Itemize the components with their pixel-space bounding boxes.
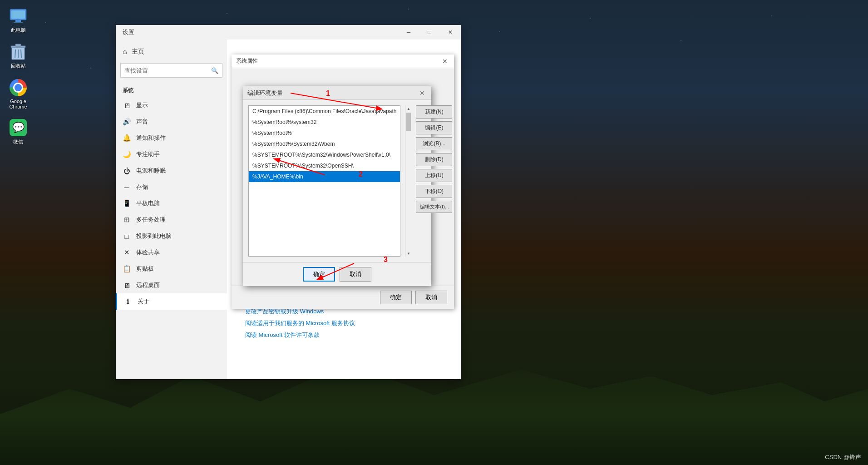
bottom-links-panel: 更改产品密钥或升级 Windows 阅读适用于我们服务的 Microsoft 服… (245, 304, 355, 343)
minimize-button[interactable]: ─ (398, 25, 419, 40)
sidebar-item-project[interactable]: □ 投影到此电脑 (116, 228, 227, 244)
env-dialog-title: 编辑环境变量 (247, 89, 283, 97)
sidebar-item-sound[interactable]: 🔊 声音 (116, 114, 227, 130)
scroll-up-arrow[interactable]: ▲ (405, 105, 412, 112)
env-item-4[interactable]: %SYSTEMROOT%\System32\WindowsPowerShell\… (249, 149, 400, 160)
scroll-track (406, 112, 411, 250)
desktop-icons: 此电脑 回收站 Google Chrome (0, 0, 36, 465)
sys-dialog-close[interactable]: ✕ (440, 57, 449, 66)
env-item-1[interactable]: %SystemRoot%\system32 (249, 117, 400, 128)
desktop: 此电脑 回收站 Google Chrome (0, 0, 868, 465)
sidebar-item-remote[interactable]: 🖥 远程桌面 (116, 277, 227, 293)
sys-dialog-window-buttons: ✕ (440, 57, 449, 66)
env-cancel-button[interactable]: 取消 (340, 267, 371, 282)
move-up-button[interactable]: 上移(U) (416, 169, 452, 182)
edit-button[interactable]: 编辑(E) (416, 121, 452, 134)
env-dialog-close-button[interactable]: ✕ (418, 89, 427, 98)
storage-label: 存储 (136, 183, 148, 191)
svg-rect-2 (15, 20, 21, 22)
env-dialog-footer: 确定 取消 (243, 262, 431, 286)
sound-icon: 🔊 (123, 118, 131, 126)
svg-rect-3 (14, 22, 23, 23)
svg-rect-6 (15, 44, 21, 46)
env-variables-dialog: 编辑环境变量 ✕ C:\Program Files (x86)\Common F… (243, 86, 431, 286)
maximize-button[interactable]: □ (419, 25, 440, 40)
edit-text-button[interactable]: 编辑文本(I)... (416, 201, 452, 213)
tablet-icon: 📱 (123, 199, 131, 208)
sidebar-item-share[interactable]: ✕ 体验共享 (116, 244, 227, 261)
env-action-buttons: 新建(N) 编辑(E) 浏览(B)... 删除(D) 上移(U) 下移(O) 编… (416, 105, 452, 257)
sidebar-item-focus[interactable]: 🌙 专注助手 (116, 146, 227, 163)
about-icon: ℹ (124, 297, 132, 306)
csdn-watermark: CSDN @锋声 (825, 453, 861, 461)
env-dialog-content: C:\Program Files (x86)\Common Files\Orac… (243, 100, 431, 262)
sys-dialog-titlebar: 系统属性 ✕ (232, 54, 454, 68)
ms-license-link[interactable]: 阅读 Microsoft 软件许可条款 (245, 331, 355, 339)
focus-icon: 🌙 (123, 150, 131, 158)
notifications-label: 通知和操作 (136, 134, 166, 142)
share-icon: ✕ (123, 248, 131, 257)
scroll-down-arrow[interactable]: ▼ (405, 250, 412, 257)
remote-icon: 🖥 (123, 281, 131, 289)
sidebar-item-power[interactable]: ⏻ 电源和睡眠 (116, 163, 227, 179)
sys-dialog-title: 系统属性 (236, 57, 258, 65)
about-label: 关于 (138, 297, 149, 306)
env-dialog-titlebar: 编辑环境变量 ✕ (243, 86, 431, 100)
share-label: 体验共享 (136, 248, 160, 257)
env-item-6[interactable]: %JAVA_HOME%\bin (249, 171, 400, 182)
power-icon: ⏻ (123, 167, 131, 175)
desktop-icon-this-pc[interactable]: 此电脑 (2, 5, 34, 36)
notifications-icon: 🔔 (123, 134, 131, 142)
remote-label: 远程桌面 (136, 281, 160, 289)
sidebar-item-multitasking[interactable]: ⊞ 多任务处理 (116, 212, 227, 228)
new-button[interactable]: 新建(N) (416, 105, 452, 119)
focus-label: 专注助手 (136, 150, 160, 158)
sidebar-section-title: 系统 (116, 81, 227, 97)
sys-cancel-button[interactable]: 取消 (415, 291, 447, 304)
close-button[interactable]: ✕ (440, 25, 461, 40)
env-list: C:\Program Files (x86)\Common Files\Orac… (248, 105, 400, 257)
search-box[interactable]: 🔍 (120, 63, 222, 78)
wechat-icon: 💬 (9, 119, 27, 137)
multitasking-label: 多任务处理 (136, 216, 166, 224)
recycle-icon (9, 43, 27, 61)
env-item-5[interactable]: %SYSTEMROOT%\System32\OpenSSH\ (249, 160, 400, 171)
clipboard-icon: 📋 (123, 265, 131, 273)
sys-ok-button[interactable]: 确定 (380, 291, 412, 304)
search-input[interactable] (124, 67, 211, 74)
settings-window-title: 设置 (116, 28, 134, 36)
clipboard-label: 剪贴板 (136, 265, 154, 273)
scroll-thumb[interactable] (406, 113, 411, 131)
move-down-button[interactable]: 下移(O) (416, 185, 452, 198)
sidebar-item-notifications[interactable]: 🔔 通知和操作 (116, 130, 227, 146)
storage-icon: ─ (123, 183, 131, 191)
home-icon: ⌂ (123, 48, 127, 56)
recycle-bin-label: 回收站 (11, 63, 26, 69)
env-list-scrollbar[interactable]: ▲ ▼ (405, 105, 411, 257)
sidebar-item-display[interactable]: 🖥 显示 (116, 97, 227, 114)
svg-line-7 (15, 49, 15, 58)
delete-button[interactable]: 删除(D) (416, 153, 452, 166)
search-icon: 🔍 (211, 67, 218, 74)
sidebar-item-about[interactable]: ℹ 关于 (116, 293, 227, 310)
desktop-icon-wechat[interactable]: 💬 微信 (2, 116, 34, 148)
this-pc-icon (9, 7, 27, 25)
chrome-icon (9, 79, 27, 97)
chrome-label: Google Chrome (5, 99, 32, 109)
sidebar-item-tablet[interactable]: 📱 平板电脑 (116, 195, 227, 212)
project-label: 投影到此电脑 (136, 232, 172, 240)
svg-line-9 (21, 49, 21, 58)
env-item-2[interactable]: %SystemRoot% (249, 128, 400, 139)
env-item-3[interactable]: %SystemRoot%\System32\Wbem (249, 139, 400, 149)
display-icon: 🖥 (123, 101, 131, 109)
browse-button[interactable]: 浏览(B)... (416, 137, 452, 150)
sound-label: 声音 (136, 118, 148, 126)
sidebar-item-clipboard[interactable]: 📋 剪贴板 (116, 261, 227, 277)
desktop-icon-recycle-bin[interactable]: 回收站 (2, 40, 34, 72)
env-item-0[interactable]: C:\Program Files (x86)\Common Files\Orac… (249, 106, 400, 117)
desktop-icon-chrome[interactable]: Google Chrome (2, 76, 34, 112)
env-ok-button[interactable]: 确定 (303, 267, 335, 282)
sidebar-item-storage[interactable]: ─ 存储 (116, 179, 227, 195)
sidebar-home[interactable]: ⌂ 主页 (116, 44, 227, 59)
ms-service-agreement-link[interactable]: 阅读适用于我们服务的 Microsoft 服务协议 (245, 319, 355, 327)
